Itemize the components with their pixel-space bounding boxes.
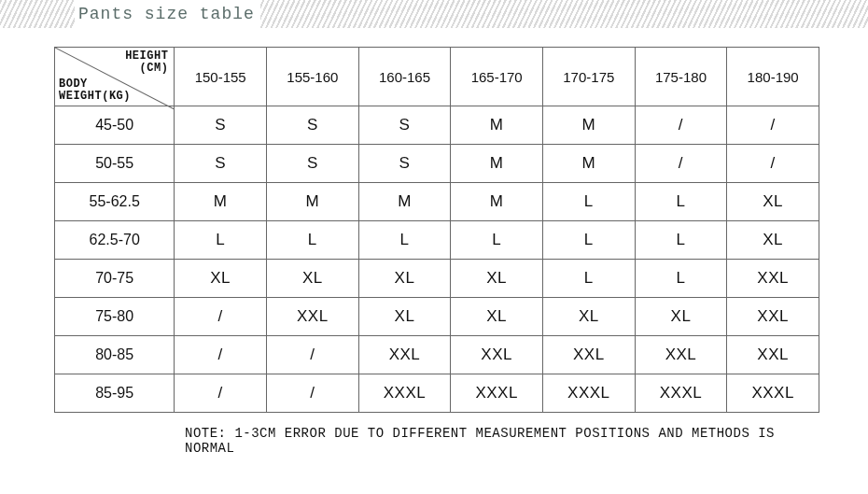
size-cell: XL	[267, 260, 359, 298]
col-2: 160-165	[358, 48, 451, 106]
col-4: 170-175	[542, 48, 635, 106]
size-cell: L	[635, 260, 727, 298]
size-cell: XL	[451, 298, 543, 336]
weight-label-text: BODY	[59, 78, 88, 91]
size-cell: XXL	[267, 298, 359, 336]
table-row: 70-75 XL XL XL XL L L XXL	[55, 260, 819, 298]
size-cell: XXL	[542, 336, 635, 374]
weight-label-text-2: WEIGHT(KG)	[59, 90, 131, 103]
size-cell: L	[175, 221, 267, 260]
header-strip: Pants size table	[0, 0, 868, 28]
size-cell: /	[267, 336, 359, 374]
size-cell: M	[542, 145, 635, 183]
weight-axis-label: BODY WEIGHT(KG)	[59, 78, 131, 103]
size-cell: XXL	[635, 336, 727, 374]
corner-cell: HEIGHT (CM) BODY WEIGHT(KG)	[55, 48, 175, 106]
size-cell: XL	[451, 260, 543, 298]
size-cell: XXXL	[358, 374, 451, 413]
size-cell: XL	[727, 221, 819, 260]
size-cell: S	[358, 145, 451, 183]
size-cell: XL	[358, 260, 451, 298]
size-cell: M	[451, 106, 543, 145]
size-cell: S	[175, 145, 267, 183]
title-wrap: Pants size table	[75, 0, 260, 28]
size-cell: M	[542, 106, 635, 145]
size-cell: /	[727, 106, 819, 145]
size-cell: XL	[175, 260, 267, 298]
row-label: 45-50	[55, 106, 175, 145]
size-cell: /	[635, 106, 727, 145]
col-0: 150-155	[175, 48, 267, 106]
table-row: 80-85 / / XXL XXL XXL XXL XXL	[55, 336, 819, 374]
note-text: NOTE: 1-3CM ERROR DUE TO DIFFERENT MEASU…	[185, 426, 823, 456]
size-cell: L	[635, 221, 727, 260]
size-cell: XXL	[727, 260, 819, 298]
height-label-text: HEIGHT	[125, 49, 168, 63]
size-cell: L	[267, 221, 359, 260]
size-cell: /	[727, 145, 819, 183]
size-cell: XL	[358, 298, 451, 336]
size-cell: XXL	[358, 336, 451, 374]
page-title: Pants size table	[78, 5, 255, 23]
size-cell: M	[358, 183, 451, 221]
table-row: 45-50 S S S M M / /	[55, 106, 819, 145]
size-cell: XXL	[727, 336, 819, 374]
row-label: 55-62.5	[55, 183, 175, 221]
size-cell: L	[635, 183, 727, 221]
size-cell: XL	[727, 183, 819, 221]
size-table: HEIGHT (CM) BODY WEIGHT(KG) 150-155 155-…	[54, 47, 819, 413]
height-axis-label: HEIGHT (CM)	[125, 50, 168, 75]
table-row: 50-55 S S S M M / /	[55, 145, 819, 183]
size-cell: XXL	[727, 298, 819, 336]
size-cell: S	[267, 145, 359, 183]
height-unit-text: (CM)	[140, 62, 169, 75]
table-row: 75-80 / XXL XL XL XL XL XXL	[55, 298, 819, 336]
size-cell: S	[175, 106, 267, 145]
size-cell: /	[635, 145, 727, 183]
size-cell: L	[358, 221, 451, 260]
size-cell: S	[267, 106, 359, 145]
size-cell: XXXL	[635, 374, 727, 413]
size-cell: L	[451, 221, 543, 260]
size-cell: M	[451, 183, 543, 221]
content: HEIGHT (CM) BODY WEIGHT(KG) 150-155 155-…	[0, 28, 868, 465]
size-cell: M	[451, 145, 543, 183]
size-cell: XXL	[451, 336, 543, 374]
col-6: 180-190	[727, 48, 819, 106]
size-cell: L	[542, 183, 635, 221]
row-label: 75-80	[55, 298, 175, 336]
row-label: 70-75	[55, 260, 175, 298]
row-label: 80-85	[55, 336, 175, 374]
size-cell: XXXL	[542, 374, 635, 413]
size-cell: M	[267, 183, 359, 221]
size-cell: L	[542, 260, 635, 298]
size-cell: M	[175, 183, 267, 221]
col-1: 155-160	[267, 48, 359, 106]
size-cell: /	[267, 374, 359, 413]
size-cell: XXXL	[727, 374, 819, 413]
row-label: 50-55	[55, 145, 175, 183]
size-cell: /	[175, 336, 267, 374]
size-cell: XL	[542, 298, 635, 336]
page: Pants size table HEIGHT (CM) BODY	[0, 0, 868, 494]
row-label: 85-95	[55, 374, 175, 413]
size-cell: XL	[635, 298, 727, 336]
size-cell: S	[358, 106, 451, 145]
size-cell: /	[175, 298, 267, 336]
col-3: 165-170	[451, 48, 543, 106]
size-cell: /	[175, 374, 267, 413]
table-row: 62.5-70 L L L L L L XL	[55, 221, 819, 260]
table-row: 55-62.5 M M M M L L XL	[55, 183, 819, 221]
row-label: 62.5-70	[55, 221, 175, 260]
col-5: 175-180	[635, 48, 727, 106]
size-cell: L	[542, 221, 635, 260]
table-row: 85-95 / / XXXL XXXL XXXL XXXL XXXL	[55, 374, 819, 413]
size-cell: XXXL	[451, 374, 543, 413]
